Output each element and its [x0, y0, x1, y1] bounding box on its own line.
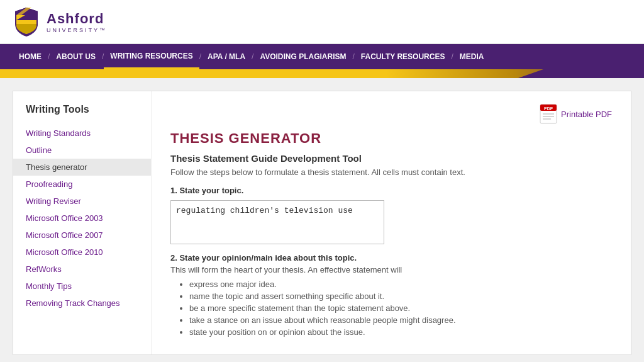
sidebar-item-outline[interactable]: Outline: [13, 142, 151, 159]
nav-home[interactable]: HOME: [13, 44, 48, 69]
nav-apa-mla[interactable]: APA / MLA: [201, 44, 252, 69]
bullet-3: be a more specific statement than the to…: [189, 303, 612, 313]
logo-shield-icon: [13, 6, 40, 38]
printable-pdf-label: Printable PDF: [561, 110, 612, 119]
pdf-icon: PDF: [540, 104, 557, 124]
bullet-2: name the topic and assert something spec…: [189, 291, 612, 301]
nav-writing-resources[interactable]: WRITING RESOURCES: [104, 44, 199, 69]
effectiveness-list: express one major idea. name the topic a…: [170, 280, 612, 337]
page-header: Ashford UNIVERSITY™: [0, 0, 644, 44]
logo-name: Ashford: [47, 11, 107, 27]
thesis-generator-title: THESIS GENERATOR: [170, 130, 612, 147]
thesis-subtitle: Thesis Statement Guide Development Tool: [170, 153, 612, 164]
main-navbar: HOME / ABOUT US / WRITING RESOURCES / AP…: [0, 44, 644, 69]
decorative-bar: [0, 69, 644, 78]
sidebar-item-writing-reviser[interactable]: Writing Reviser: [13, 193, 151, 210]
nav-about-us[interactable]: ABOUT US: [50, 44, 102, 69]
printable-pdf-area: PDF Printable PDF: [170, 104, 612, 124]
sidebar-item-thesis-generator[interactable]: Thesis generator: [13, 159, 151, 176]
sidebar: Writing Tools Writing Standards Outline …: [13, 91, 152, 354]
logo-text: Ashford UNIVERSITY™: [47, 11, 107, 33]
sidebar-item-ms-office-2003[interactable]: Microsoft Office 2003: [13, 210, 151, 227]
nav-media[interactable]: MEDIA: [453, 44, 491, 69]
sidebar-item-writing-standards[interactable]: Writing Standards: [13, 125, 151, 142]
main-container: Writing Tools Writing Standards Outline …: [0, 78, 644, 362]
step2-label: 2. State your opinion/main idea about th…: [170, 253, 612, 263]
bullet-1: express one major idea.: [189, 280, 612, 289]
sidebar-title: Writing Tools: [13, 104, 151, 125]
sidebar-item-refworks[interactable]: RefWorks: [13, 261, 151, 278]
bullet-5: state your position on or opinion about …: [189, 327, 612, 337]
printable-pdf-link[interactable]: PDF Printable PDF: [540, 104, 612, 124]
nav-avoiding-plagiarism[interactable]: AVOIDING PLAGIARISM: [253, 44, 352, 69]
sidebar-item-removing-track-changes[interactable]: Removing Track Changes: [13, 295, 151, 312]
bullet-4: take a stance on an issue about which re…: [189, 315, 612, 325]
svg-text:PDF: PDF: [544, 106, 553, 111]
logo-area: Ashford UNIVERSITY™: [13, 6, 107, 38]
nav-faculty-resources[interactable]: FACULTY RESOURCES: [355, 44, 452, 69]
main-content: PDF Printable PDF THESIS GENERATOR Thesi…: [152, 91, 631, 354]
sidebar-item-ms-office-2010[interactable]: Microsoft Office 2010: [13, 244, 151, 261]
sidebar-item-ms-office-2007[interactable]: Microsoft Office 2007: [13, 227, 151, 244]
topic-input[interactable]: [170, 200, 384, 244]
sidebar-item-monthly-tips[interactable]: Monthly Tips: [13, 278, 151, 295]
step1-label: 1. State your topic.: [170, 186, 612, 195]
logo-university-label: UNIVERSITY™: [47, 27, 107, 33]
step2-sublabel: This will form the heart of your thesis.…: [170, 265, 612, 274]
content-box: Writing Tools Writing Standards Outline …: [13, 91, 631, 355]
sidebar-item-proofreading[interactable]: Proofreading: [13, 176, 151, 193]
thesis-description: Follow the steps below to formulate a th…: [170, 167, 612, 177]
